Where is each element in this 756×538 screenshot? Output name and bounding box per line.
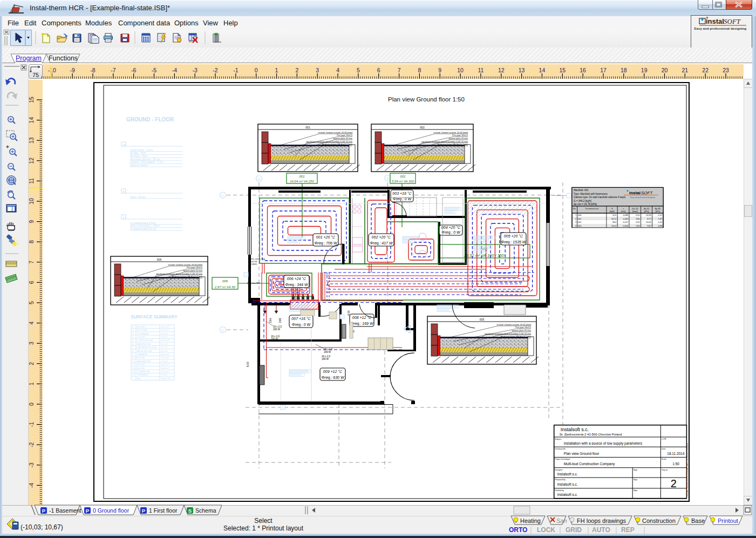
svg-text:LIVING ROOM: LIVING ROOM <box>137 339 153 342</box>
svg-text:brick – 25 cm: brick – 25 cm <box>130 196 146 199</box>
svg-text:004 +20 °C: 004 +20 °C <box>441 226 461 229</box>
svg-text:4,50: 4,50 <box>347 310 350 316</box>
svg-text:P: P <box>86 508 90 514</box>
svg-text:Date: Date <box>662 448 666 450</box>
svg-text:STORAGE: STORAGE <box>137 332 148 335</box>
svg-text:Sign.: Sign. <box>634 489 638 492</box>
svg-text:14: 14 <box>132 370 135 373</box>
svg-text:INSTAL-THERM HCR 4 + INSTAL-SA: INSTAL-THERM HCR 4 + INSTAL-SAN T 4; lic… <box>686 443 689 496</box>
svg-text:Pex pipe 16x2,0: Pex pipe 16x2,0 <box>337 134 352 137</box>
svg-text:Instalsoft s.c.: Instalsoft s.c. <box>557 482 578 486</box>
svg-text:ROOM: ROOM <box>137 363 145 366</box>
svg-text:ROOM: ROOM <box>137 367 145 370</box>
svg-text:15: 15 <box>132 373 135 376</box>
svg-text:GARAGE: GARAGE <box>137 353 147 356</box>
svg-text:Multi-bud Construction Company: Multi-bud Construction Company <box>564 462 615 466</box>
svg-text:1: 1 <box>575 214 576 216</box>
svg-text:0 Ground floor: 0 Ground floor <box>93 507 130 514</box>
svg-text:75: 75 <box>32 72 39 78</box>
svg-text:LAUNDRY ROOM: LAUNDRY ROOM <box>137 346 156 349</box>
svg-text:002: 002 <box>578 221 581 223</box>
svg-text:5,7 m²: 5,7 m² <box>161 343 168 345</box>
svg-text:Construction: Construction <box>642 517 676 524</box>
svg-text:G = 346,2 [kg/h]: G = 346,2 [kg/h] <box>574 200 591 202</box>
svg-text:Zal. (Z): Zal. (Z) <box>632 208 638 210</box>
svg-text:St. Zjednoczenia 2 41-500 Chor: St. Zjednoczenia 2 41-500 Chorzów Poland <box>560 433 622 436</box>
svg-text:169 W: 169 W <box>322 358 329 360</box>
svg-text:002: 002 <box>420 126 425 129</box>
svg-text:153,4 m²: 153,4 m² <box>161 377 171 380</box>
svg-text:screed: Cement screed, 20-65 [: screed: Cement screed, 20-65 [mm] <box>168 263 202 266</box>
svg-text:No.: No. <box>573 208 576 210</box>
svg-text:BATHROOM: BATHROOM <box>137 343 151 345</box>
svg-text:DR: DR <box>278 318 282 323</box>
svg-text:steel construction – 10cm: steel construction – 10cm <box>130 224 159 227</box>
svg-text:d: d <box>246 273 247 276</box>
svg-text:cement + lime plaster – 2 cm: cement + lime plaster – 2 cm <box>130 161 163 164</box>
svg-text:006: 006 <box>157 258 162 261</box>
svg-text:0,52: 0,52 <box>658 214 662 216</box>
svg-text:38,4: 38,4 <box>612 221 616 223</box>
svg-text:Φreq.: 0 W: Φreq.: 0 W <box>292 323 311 327</box>
svg-text:005: 005 <box>480 318 485 321</box>
svg-text:31,6: 31,6 <box>612 214 616 216</box>
svg-text:009 +12 °C: 009 +12 °C <box>323 370 343 373</box>
svg-text:4,9 m²: 4,9 m² <box>161 336 168 338</box>
svg-text:8,77: 8,77 <box>647 218 651 220</box>
svg-text:2,97 m² VA 50: 2,97 m² VA 50 <box>214 285 235 289</box>
svg-text:24,06: 24,06 <box>646 221 651 223</box>
svg-text:006 +24 °C: 006 +24 °C <box>287 277 307 281</box>
svg-text:LOCK: LOCK <box>537 526 555 534</box>
svg-text:Installation with a source of: Installation with a source of low supply… <box>564 441 643 446</box>
svg-text:19,8 m²: 19,8 m² <box>161 367 169 370</box>
svg-text:Sign.: Sign. <box>634 469 638 471</box>
svg-text:gypsum plaster: gypsum plaster <box>130 164 148 167</box>
svg-text:Instalsoft s.c.: Instalsoft s.c. <box>557 493 578 496</box>
svg-text:7,2 m²: 7,2 m² <box>161 346 168 349</box>
svg-text:1:50: 1:50 <box>672 462 679 466</box>
svg-text:Pex pipe 16x2,0: Pex pipe 16x2,0 <box>187 266 202 269</box>
svg-text:167,0: 167,0 <box>611 218 617 220</box>
svg-text:KITCHEN: KITCHEN <box>137 329 147 331</box>
svg-text:styrofoam insulation board (la: styrofoam insulation board (lambda 0,04)… <box>156 273 203 275</box>
svg-text:Φreq.: 1535 W: Φreq.: 1535 W <box>501 240 527 244</box>
svg-text:GROUND - FLOOR: GROUND - FLOOR <box>126 117 174 122</box>
svg-text:18,0 m²: 18,0 m² <box>161 353 169 356</box>
svg-text:2: 2 <box>671 478 677 489</box>
svg-text:CORRIDOR: CORRIDOR <box>137 370 150 373</box>
svg-text:FH loops drawings: FH loops drawings <box>577 517 626 524</box>
svg-text:-1 Basement: -1 Basement <box>49 507 81 514</box>
svg-text:system plate 20 mm: system plate 20 mm <box>448 137 468 140</box>
svg-text:Hydroinsulation PE-Foil 0,2 mm: Hydroinsulation PE-Foil 0,2 mm <box>501 335 532 338</box>
svg-text:Hydroinsulation PE-Foil 0,2 mm: Hydroinsulation PE-Foil 0,2 mm <box>322 143 353 146</box>
svg-text:Φreq.: 417 W: Φreq.: 417 W <box>370 241 393 246</box>
svg-text:[100 mm PE]: [100 mm PE] <box>247 282 260 284</box>
svg-text:DN15: DN15 <box>251 263 257 265</box>
svg-text:S: S <box>188 508 192 514</box>
svg-text:Subject: Subject <box>555 438 561 440</box>
svg-text:0,440: 0,440 <box>623 218 628 220</box>
svg-text:Designer: Designer <box>555 469 563 471</box>
svg-text:SOFT: SOFT <box>641 190 653 195</box>
svg-text:2,9 m²: 2,9 m² <box>161 373 168 376</box>
svg-text:Easy and professional designin: Easy and professional designing <box>630 196 655 199</box>
svg-text:2: 2 <box>575 218 576 220</box>
svg-text:styrofoam insulation board (la: styrofoam insulation board (lambda 0,04)… <box>421 140 468 143</box>
svg-text:5,2 m²: 5,2 m² <box>161 350 168 352</box>
svg-text:C-PR: C-PR <box>662 438 666 440</box>
svg-text:styrofoam insulation board (la: styrofoam insulation board (lambda 0,04)… <box>306 140 353 143</box>
svg-text:v: v <box>623 208 624 210</box>
svg-text:Δp min = 24,78 [kPa]: Δp min = 24,78 [kPa] <box>574 203 597 206</box>
svg-text:3,80: 3,80 <box>636 218 639 220</box>
svg-text:Cabinet type: On wall manifold: Cabinet type: On wall manifold cabinets … <box>574 196 626 199</box>
svg-text:ROOM: ROOM <box>137 356 145 359</box>
svg-text:11: 11 <box>132 360 135 363</box>
svg-text:SURFACE SUMMARY: SURFACE SUMMARY <box>131 314 178 319</box>
svg-text:17,2 m²: 17,2 m² <box>161 356 169 359</box>
svg-text:Drawing title: Drawing title <box>555 448 566 450</box>
svg-text:110,4: 110,4 <box>611 225 616 227</box>
svg-text:[kPa]: [kPa] <box>656 210 660 213</box>
svg-text:[l/min]: [l/min] <box>632 210 638 213</box>
svg-text:5,04 m² VA 300: 5,04 m² VA 300 <box>392 180 414 183</box>
svg-text:29,52 m² VA 100 / 150: 29,52 m² VA 100 / 150 <box>464 253 505 258</box>
